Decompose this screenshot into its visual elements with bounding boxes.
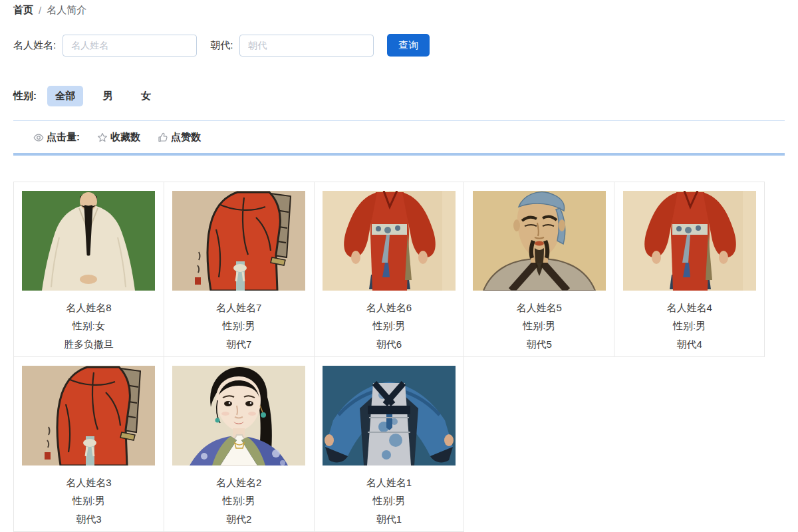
sort-item[interactable]: 点赞数 bbox=[158, 131, 201, 144]
celebrity-dynasty: 朝代2 bbox=[164, 510, 314, 529]
gender-option-全部[interactable]: 全部 bbox=[47, 86, 83, 106]
eye-icon bbox=[33, 132, 44, 143]
celebrity-gender: 性别:男 bbox=[14, 491, 164, 510]
gender-option-女[interactable]: 女 bbox=[133, 86, 159, 106]
celebrity-gender: 性别:女 bbox=[14, 317, 164, 335]
sage-portrait bbox=[473, 191, 606, 291]
gender-filter-label: 性别: bbox=[13, 90, 37, 102]
celebrity-name: 名人姓名7 bbox=[164, 299, 314, 317]
breadcrumb-home-link[interactable]: 首页 bbox=[13, 4, 33, 17]
celebrity-gender: 性别:男 bbox=[464, 317, 614, 335]
celebrity-card[interactable]: 名人姓名8 性别:女 胜多负撒旦 bbox=[13, 182, 164, 357]
celebrity-name: 名人姓名4 bbox=[614, 299, 764, 317]
celebrity-card[interactable]: 名人姓名3 性别:男 朝代3 bbox=[13, 356, 164, 532]
celebrity-name-input[interactable] bbox=[63, 35, 197, 57]
divider-bottom bbox=[13, 153, 785, 156]
white-robe-green-portrait bbox=[22, 191, 155, 291]
celebrity-name: 名人姓名5 bbox=[464, 299, 614, 317]
celebrity-dynasty: 朝代1 bbox=[315, 510, 464, 529]
red-hanfu-figure bbox=[323, 191, 456, 291]
celebrity-gender: 性别:男 bbox=[164, 317, 314, 335]
thumb-up-icon bbox=[158, 132, 168, 143]
breadcrumb: 首页 / 名人简介 bbox=[13, 3, 785, 17]
star-icon bbox=[97, 132, 108, 143]
search-form: 名人姓名: 朝代: 查询 bbox=[13, 34, 785, 57]
celebrity-name: 名人姓名1 bbox=[315, 474, 464, 491]
gender-filter: 性别: 全部男女 bbox=[13, 86, 785, 106]
celebrity-dynasty: 朝代7 bbox=[164, 335, 314, 354]
name-field-label: 名人姓名: bbox=[13, 39, 56, 52]
celebrity-dynasty: 朝代5 bbox=[464, 335, 614, 354]
celebrity-name: 名人姓名6 bbox=[315, 299, 464, 317]
celebrity-card[interactable]: 名人姓名1 性别:男 朝代1 bbox=[314, 356, 465, 532]
celebrity-card[interactable]: 名人姓名6 性别:男 朝代6 bbox=[314, 182, 465, 357]
celebrity-card[interactable]: 名人姓名5 性别:男 朝代5 bbox=[464, 182, 614, 357]
celebrity-name: 名人姓名3 bbox=[14, 474, 164, 491]
celebrity-name: 名人姓名8 bbox=[14, 299, 164, 317]
celebrity-gender: 性别:男 bbox=[164, 491, 314, 510]
celebrity-dynasty: 朝代4 bbox=[614, 335, 764, 354]
celebrity-dynasty: 朝代6 bbox=[315, 335, 464, 354]
celebrity-gender: 性别:男 bbox=[614, 317, 764, 335]
celebrity-card-grid: 名人姓名8 性别:女 胜多负撒旦 名人姓名7 性别:男 朝代7 名人姓名6 性别… bbox=[13, 182, 765, 532]
red-robe-ink-painting bbox=[22, 366, 155, 466]
celebrity-dynasty: 朝代3 bbox=[14, 510, 164, 529]
dynasty-field-label: 朝代: bbox=[210, 39, 233, 52]
celebrity-gender: 性别:男 bbox=[315, 317, 464, 335]
blue-hanfu-robe bbox=[323, 366, 456, 466]
celebrity-list-page: 首页 / 名人简介 名人姓名: 朝代: 查询 性别: 全部男女 点击量: 收藏数… bbox=[0, 0, 798, 532]
celebrity-card[interactable]: 名人姓名2 性别:男 朝代2 bbox=[164, 356, 315, 532]
celebrity-card[interactable]: 名人姓名4 性别:男 朝代4 bbox=[614, 182, 765, 357]
query-button[interactable]: 查询 bbox=[387, 34, 430, 57]
gender-options: 全部男女 bbox=[47, 86, 171, 106]
celebrity-card[interactable]: 名人姓名7 性别:男 朝代7 bbox=[164, 182, 315, 357]
sort-bar: 点击量: 收藏数 点赞数 bbox=[13, 121, 785, 153]
gender-option-男[interactable]: 男 bbox=[95, 86, 121, 106]
celebrity-gender: 性别:男 bbox=[315, 491, 464, 510]
celebrity-dynasty: 胜多负撒旦 bbox=[14, 335, 164, 354]
dynasty-input[interactable] bbox=[239, 35, 374, 57]
breadcrumb-separator: / bbox=[39, 5, 41, 16]
woman-portrait bbox=[172, 366, 305, 466]
celebrity-name: 名人姓名2 bbox=[164, 474, 314, 491]
breadcrumb-current: 名人简介 bbox=[47, 4, 86, 17]
sort-item[interactable]: 点击量: bbox=[33, 131, 80, 144]
red-hanfu-figure bbox=[623, 191, 756, 291]
sort-item[interactable]: 收藏数 bbox=[97, 131, 140, 144]
red-robe-ink-painting bbox=[172, 191, 305, 291]
